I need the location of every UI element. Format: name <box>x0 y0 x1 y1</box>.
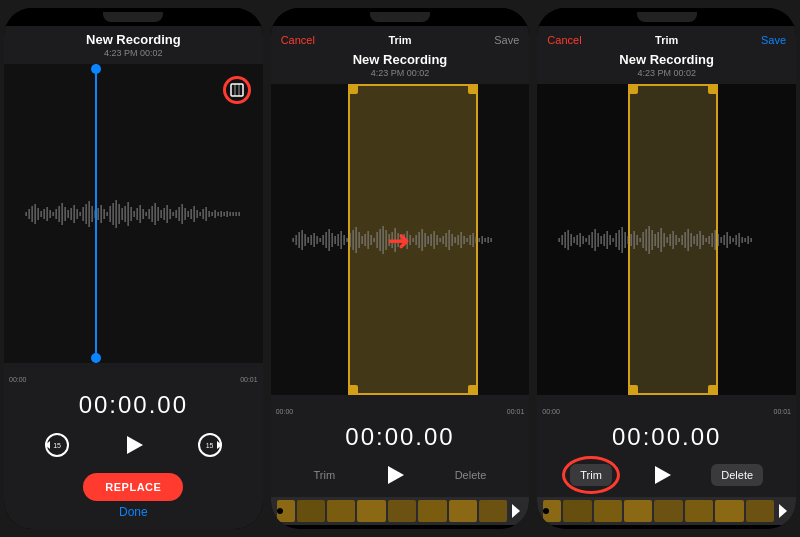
svg-rect-33 <box>115 200 117 228</box>
skip-back-btn-1[interactable]: 15 <box>43 431 71 459</box>
filmstrip-arrow-icon-3 <box>776 500 790 522</box>
play-btn-1[interactable] <box>117 429 149 461</box>
svg-rect-82 <box>313 233 315 247</box>
play-btn-2[interactable] <box>379 459 411 491</box>
trim-handle-tr-3[interactable] <box>708 84 718 94</box>
play-triangle-1 <box>127 436 143 454</box>
svg-rect-55 <box>181 204 183 224</box>
svg-rect-169 <box>637 235 639 245</box>
svg-rect-31 <box>109 206 111 222</box>
svg-rect-147 <box>571 234 573 246</box>
svg-rect-44 <box>148 209 150 219</box>
trim-btn-3[interactable]: Trim <box>570 464 612 486</box>
svg-rect-52 <box>172 212 174 216</box>
svg-rect-192 <box>706 238 708 242</box>
svg-rect-97 <box>358 232 360 248</box>
film-frame-3-5 <box>654 500 682 522</box>
waveform-container-1 <box>4 64 263 363</box>
trim-handle-tl-2[interactable] <box>348 84 358 94</box>
svg-rect-10 <box>46 207 48 221</box>
timeline-end-3: 00:01 <box>773 408 791 415</box>
svg-rect-128 <box>451 234 453 246</box>
trim-btn-2[interactable]: Trim <box>304 464 346 486</box>
svg-rect-176 <box>658 232 660 248</box>
svg-rect-46 <box>154 203 156 225</box>
notch-bar-3 <box>537 8 796 26</box>
skip-back-arrow-1 <box>45 441 50 449</box>
svg-rect-57 <box>187 211 189 217</box>
svg-rect-164 <box>622 227 624 253</box>
svg-rect-199 <box>727 232 729 248</box>
cancel-btn-2[interactable]: Cancel <box>281 34 315 46</box>
recording-title-1: New Recording <box>14 32 253 47</box>
film-frame-6 <box>418 500 446 522</box>
save-btn-2[interactable]: Save <box>494 34 519 46</box>
notch-1 <box>103 12 163 22</box>
svg-rect-118 <box>421 229 423 251</box>
svg-rect-131 <box>460 232 462 248</box>
svg-rect-95 <box>352 230 354 250</box>
svg-rect-135 <box>472 233 474 247</box>
svg-rect-62 <box>202 209 204 219</box>
svg-rect-182 <box>676 235 678 245</box>
delete-btn-2[interactable]: Delete <box>445 464 497 486</box>
svg-rect-173 <box>649 226 651 254</box>
svg-rect-195 <box>715 230 717 250</box>
svg-rect-127 <box>448 230 450 250</box>
film-frame-3-8 <box>746 500 774 522</box>
svg-rect-193 <box>709 236 711 244</box>
svg-rect-197 <box>721 237 723 243</box>
phone-panel-1: New Recording 4:23 PM 00:02 <box>4 8 263 529</box>
playhead-bottom-1 <box>91 353 101 363</box>
done-button-1[interactable]: Done <box>119 505 148 519</box>
trim-handle-bl-3[interactable] <box>628 385 638 395</box>
trim-handle-tr-2[interactable] <box>468 84 478 94</box>
film-frame-3-7 <box>715 500 743 522</box>
svg-rect-204 <box>742 237 744 243</box>
trim-handle-br-3[interactable] <box>708 385 718 395</box>
svg-rect-83 <box>316 236 318 244</box>
svg-rect-191 <box>703 235 705 245</box>
delete-btn-3[interactable]: Delete <box>711 464 763 486</box>
film-frame-4 <box>357 500 385 522</box>
trim-icon-circle[interactable] <box>223 76 251 104</box>
svg-rect-40 <box>136 208 138 220</box>
svg-rect-206 <box>748 236 750 244</box>
trim-handle-br-2[interactable] <box>468 385 478 395</box>
svg-rect-32 <box>112 203 114 225</box>
time-display-2: 00:00.00 <box>271 417 530 455</box>
svg-rect-98 <box>361 236 363 244</box>
svg-rect-47 <box>157 207 159 221</box>
svg-rect-177 <box>661 228 663 252</box>
trim-handle-tl-3[interactable] <box>628 84 638 94</box>
svg-rect-37 <box>127 202 129 226</box>
svg-rect-179 <box>667 237 669 243</box>
svg-rect-69 <box>223 212 225 216</box>
replace-button-1[interactable]: REPLACE <box>83 473 183 501</box>
skip-forward-btn-1[interactable]: 15 <box>196 431 224 459</box>
svg-rect-54 <box>178 207 180 221</box>
svg-rect-34 <box>118 204 120 224</box>
svg-rect-78 <box>301 230 303 250</box>
svg-rect-53 <box>175 210 177 218</box>
svg-rect-87 <box>328 229 330 251</box>
svg-rect-80 <box>307 237 309 243</box>
svg-rect-75 <box>292 238 294 242</box>
header-2: Cancel Trim Save New Recording 4:23 PM 0… <box>271 26 530 84</box>
svg-rect-196 <box>718 234 720 246</box>
svg-rect-79 <box>304 234 306 246</box>
svg-rect-120 <box>427 236 429 244</box>
svg-rect-138 <box>481 236 483 244</box>
controls-1: 15 15 <box>4 423 263 469</box>
svg-rect-64 <box>208 211 210 217</box>
play-btn-3[interactable] <box>646 459 678 491</box>
svg-rect-105 <box>382 226 384 254</box>
cancel-btn-3[interactable]: Cancel <box>547 34 581 46</box>
trim-handle-bl-2[interactable] <box>348 385 358 395</box>
svg-rect-58 <box>190 209 192 219</box>
phone-panel-2: Cancel Trim Save New Recording 4:23 PM 0… <box>271 8 530 529</box>
red-arrow-2: ➜ <box>387 223 410 256</box>
svg-marker-208 <box>779 504 787 518</box>
save-btn-3[interactable]: Save <box>761 34 786 46</box>
nav-title-3: Trim <box>655 34 678 46</box>
